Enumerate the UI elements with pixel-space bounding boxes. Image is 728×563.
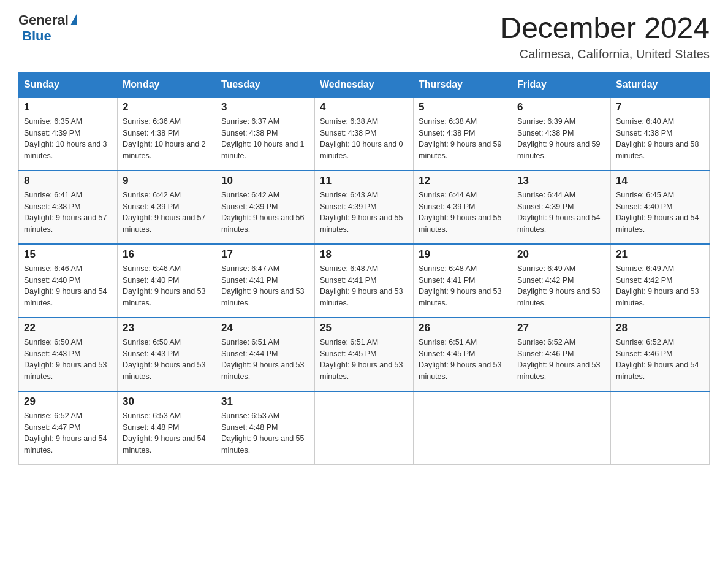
day-number: 14	[616, 175, 704, 187]
day-info: Sunrise: 6:48 AMSunset: 4:41 PMDaylight:…	[320, 264, 403, 307]
calendar-week-row: 1 Sunrise: 6:35 AMSunset: 4:39 PMDayligh…	[19, 97, 710, 170]
col-wednesday: Wednesday	[315, 72, 414, 97]
calendar-day-cell: 8 Sunrise: 6:41 AMSunset: 4:38 PMDayligh…	[19, 170, 118, 244]
day-info: Sunrise: 6:51 AMSunset: 4:45 PMDaylight:…	[419, 338, 502, 381]
calendar-day-cell: 13 Sunrise: 6:44 AMSunset: 4:39 PMDaylig…	[512, 170, 611, 244]
calendar-week-row: 8 Sunrise: 6:41 AMSunset: 4:38 PMDayligh…	[19, 170, 710, 244]
day-info: Sunrise: 6:36 AMSunset: 4:38 PMDaylight:…	[123, 117, 206, 160]
calendar-day-cell: 12 Sunrise: 6:44 AMSunset: 4:39 PMDaylig…	[414, 170, 512, 244]
day-number: 28	[616, 322, 704, 334]
day-info: Sunrise: 6:45 AMSunset: 4:40 PMDaylight:…	[616, 191, 699, 234]
day-info: Sunrise: 6:43 AMSunset: 4:39 PMDaylight:…	[320, 191, 403, 234]
page-header: General Blue December 2024 Calimesa, Cal…	[18, 12, 710, 61]
calendar-day-cell: 21 Sunrise: 6:49 AMSunset: 4:42 PMDaylig…	[611, 244, 710, 318]
day-info: Sunrise: 6:52 AMSunset: 4:47 PMDaylight:…	[24, 412, 107, 454]
calendar-day-cell: 26 Sunrise: 6:51 AMSunset: 4:45 PMDaylig…	[414, 318, 512, 391]
day-number: 21	[616, 248, 704, 261]
day-number: 23	[123, 322, 211, 334]
month-title: December 2024	[500, 12, 710, 45]
day-number: 6	[517, 101, 605, 113]
day-info: Sunrise: 6:52 AMSunset: 4:46 PMDaylight:…	[616, 338, 699, 381]
day-number: 12	[419, 175, 507, 187]
day-number: 3	[221, 101, 309, 113]
day-info: Sunrise: 6:47 AMSunset: 4:41 PMDaylight:…	[221, 264, 305, 307]
day-info: Sunrise: 6:44 AMSunset: 4:39 PMDaylight:…	[419, 191, 502, 234]
calendar-day-cell: 18 Sunrise: 6:48 AMSunset: 4:41 PMDaylig…	[315, 244, 414, 318]
day-info: Sunrise: 6:49 AMSunset: 4:42 PMDaylight:…	[517, 264, 601, 307]
day-number: 22	[24, 322, 112, 334]
day-info: Sunrise: 6:44 AMSunset: 4:39 PMDaylight:…	[517, 191, 601, 234]
calendar-day-cell: 6 Sunrise: 6:39 AMSunset: 4:38 PMDayligh…	[512, 97, 611, 170]
calendar-day-cell: 27 Sunrise: 6:52 AMSunset: 4:46 PMDaylig…	[512, 318, 611, 391]
calendar-day-cell: 28 Sunrise: 6:52 AMSunset: 4:46 PMDaylig…	[611, 318, 710, 391]
day-info: Sunrise: 6:42 AMSunset: 4:39 PMDaylight:…	[221, 191, 305, 234]
calendar-day-cell	[512, 391, 611, 465]
calendar-day-cell: 16 Sunrise: 6:46 AMSunset: 4:40 PMDaylig…	[118, 244, 216, 318]
calendar-day-cell: 23 Sunrise: 6:50 AMSunset: 4:43 PMDaylig…	[118, 318, 216, 391]
calendar-day-cell: 14 Sunrise: 6:45 AMSunset: 4:40 PMDaylig…	[611, 170, 710, 244]
day-number: 16	[123, 248, 211, 261]
calendar-day-cell: 10 Sunrise: 6:42 AMSunset: 4:39 PMDaylig…	[216, 170, 315, 244]
day-info: Sunrise: 6:38 AMSunset: 4:38 PMDaylight:…	[320, 117, 403, 160]
calendar-day-cell: 7 Sunrise: 6:40 AMSunset: 4:38 PMDayligh…	[611, 97, 710, 170]
day-number: 13	[517, 175, 605, 187]
day-info: Sunrise: 6:53 AMSunset: 4:48 PMDaylight:…	[123, 412, 206, 454]
day-number: 11	[320, 175, 408, 187]
calendar-day-cell	[315, 391, 414, 465]
title-section: December 2024 Calimesa, California, Unit…	[500, 12, 710, 61]
day-info: Sunrise: 6:37 AMSunset: 4:38 PMDaylight:…	[221, 117, 305, 160]
day-number: 19	[419, 248, 507, 261]
day-info: Sunrise: 6:39 AMSunset: 4:38 PMDaylight:…	[517, 117, 601, 160]
day-info: Sunrise: 6:40 AMSunset: 4:38 PMDaylight:…	[616, 117, 699, 160]
day-info: Sunrise: 6:52 AMSunset: 4:46 PMDaylight:…	[517, 338, 601, 381]
calendar-day-cell: 19 Sunrise: 6:48 AMSunset: 4:41 PMDaylig…	[414, 244, 512, 318]
calendar-day-cell: 4 Sunrise: 6:38 AMSunset: 4:38 PMDayligh…	[315, 97, 414, 170]
day-number: 20	[517, 248, 605, 261]
logo-blue-text: Blue	[22, 28, 51, 44]
calendar-header-row: Sunday Monday Tuesday Wednesday Thursday…	[19, 72, 710, 97]
day-number: 29	[24, 396, 112, 408]
calendar-day-cell: 9 Sunrise: 6:42 AMSunset: 4:39 PMDayligh…	[118, 170, 216, 244]
col-monday: Monday	[118, 72, 216, 97]
col-sunday: Sunday	[19, 72, 118, 97]
logo: General Blue	[18, 12, 77, 44]
day-info: Sunrise: 6:46 AMSunset: 4:40 PMDaylight:…	[24, 264, 107, 307]
day-number: 2	[123, 101, 211, 113]
day-info: Sunrise: 6:48 AMSunset: 4:41 PMDaylight:…	[419, 264, 502, 307]
day-info: Sunrise: 6:42 AMSunset: 4:39 PMDaylight:…	[123, 191, 206, 234]
calendar-day-cell: 25 Sunrise: 6:51 AMSunset: 4:45 PMDaylig…	[315, 318, 414, 391]
day-number: 8	[24, 175, 112, 187]
calendar-day-cell: 5 Sunrise: 6:38 AMSunset: 4:38 PMDayligh…	[414, 97, 512, 170]
day-number: 24	[221, 322, 309, 334]
calendar-day-cell: 15 Sunrise: 6:46 AMSunset: 4:40 PMDaylig…	[19, 244, 118, 318]
calendar-day-cell: 20 Sunrise: 6:49 AMSunset: 4:42 PMDaylig…	[512, 244, 611, 318]
calendar-day-cell: 30 Sunrise: 6:53 AMSunset: 4:48 PMDaylig…	[118, 391, 216, 465]
day-number: 4	[320, 101, 408, 113]
day-number: 25	[320, 322, 408, 334]
day-number: 27	[517, 322, 605, 334]
calendar-day-cell	[414, 391, 512, 465]
day-info: Sunrise: 6:50 AMSunset: 4:43 PMDaylight:…	[24, 338, 107, 381]
logo-triangle-icon	[70, 14, 77, 25]
day-info: Sunrise: 6:51 AMSunset: 4:45 PMDaylight:…	[320, 338, 403, 381]
calendar-day-cell: 2 Sunrise: 6:36 AMSunset: 4:38 PMDayligh…	[118, 97, 216, 170]
col-thursday: Thursday	[414, 72, 512, 97]
day-number: 7	[616, 101, 704, 113]
day-info: Sunrise: 6:53 AMSunset: 4:48 PMDaylight:…	[221, 412, 305, 454]
location-subtitle: Calimesa, California, United States	[500, 47, 710, 61]
calendar-week-row: 15 Sunrise: 6:46 AMSunset: 4:40 PMDaylig…	[19, 244, 710, 318]
calendar-week-row: 29 Sunrise: 6:52 AMSunset: 4:47 PMDaylig…	[19, 391, 710, 465]
calendar-table: Sunday Monday Tuesday Wednesday Thursday…	[18, 72, 710, 465]
calendar-day-cell	[611, 391, 710, 465]
day-info: Sunrise: 6:51 AMSunset: 4:44 PMDaylight:…	[221, 338, 305, 381]
day-number: 10	[221, 175, 309, 187]
day-info: Sunrise: 6:41 AMSunset: 4:38 PMDaylight:…	[24, 191, 107, 234]
day-info: Sunrise: 6:49 AMSunset: 4:42 PMDaylight:…	[616, 264, 699, 307]
calendar-day-cell: 22 Sunrise: 6:50 AMSunset: 4:43 PMDaylig…	[19, 318, 118, 391]
day-number: 5	[419, 101, 507, 113]
day-number: 15	[24, 248, 112, 261]
col-tuesday: Tuesday	[216, 72, 315, 97]
col-saturday: Saturday	[611, 72, 710, 97]
calendar-day-cell: 11 Sunrise: 6:43 AMSunset: 4:39 PMDaylig…	[315, 170, 414, 244]
day-info: Sunrise: 6:46 AMSunset: 4:40 PMDaylight:…	[123, 264, 206, 307]
